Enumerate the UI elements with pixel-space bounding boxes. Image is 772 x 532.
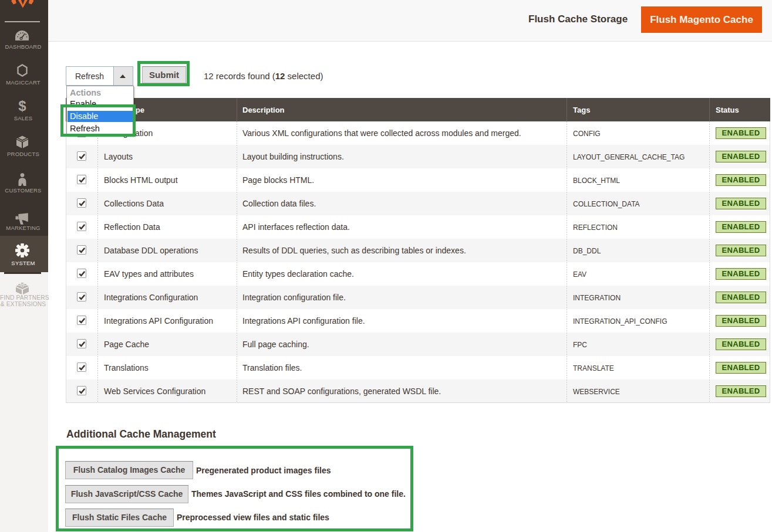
svg-text:$: $ [18, 99, 26, 114]
